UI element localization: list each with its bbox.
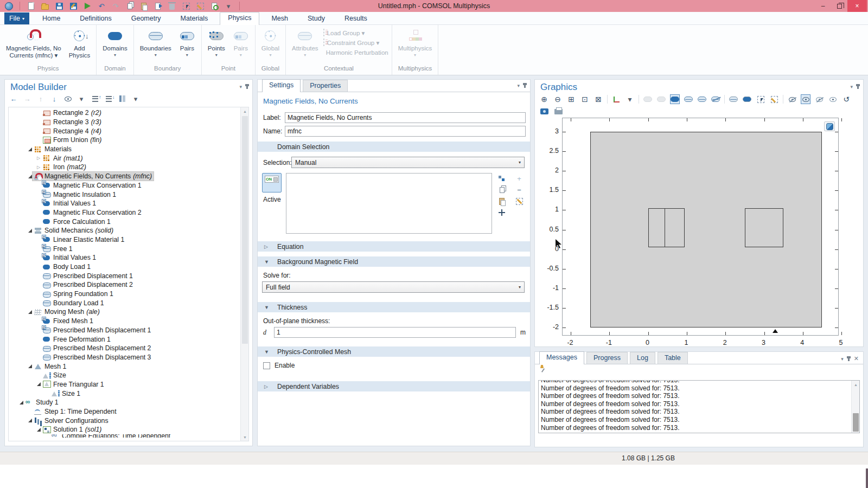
tree-item[interactable]: DInitial Values 1 <box>9 199 240 208</box>
show-selected-icon[interactable] <box>828 94 838 104</box>
file-menu-button[interactable]: File▾ <box>4 12 29 24</box>
scrollbar-thumb[interactable] <box>853 413 859 432</box>
ribbon-tab-study[interactable]: Study <box>300 13 333 24</box>
tree-item[interactable]: DFree 1 <box>9 244 240 253</box>
clear-selection-icon[interactable] <box>515 197 524 206</box>
save-icon[interactable] <box>55 2 63 10</box>
scroll-up-icon[interactable]: ▲ <box>241 107 249 115</box>
collapse-icon[interactable] <box>27 364 33 368</box>
open-file-icon[interactable] <box>41 2 49 10</box>
minimize-button[interactable]: – <box>815 0 831 12</box>
multiphysics-button[interactable]: Multiphysics▾ <box>395 26 435 57</box>
save-as-icon[interactable] <box>69 2 78 10</box>
collapse-icon[interactable] <box>36 382 41 386</box>
select-box-icon[interactable] <box>182 2 190 10</box>
undo-icon[interactable]: ↶ <box>97 2 106 10</box>
expand-icon[interactable]: ▷ <box>36 156 41 160</box>
panel-menu-icon[interactable]: ▾ <box>850 84 853 89</box>
ribbon-tab-physics[interactable]: Physics <box>220 12 259 25</box>
magnetic-fields-no-currents-button[interactable]: Magnetic Fields, NoCurrents (mfnc) ▾ <box>3 26 64 59</box>
ribbon-tab-geometry[interactable]: Geometry <box>124 13 169 24</box>
move-down-icon[interactable]: ↓ <box>50 94 59 103</box>
collapse-icon[interactable] <box>36 428 41 432</box>
clear-selection-icon[interactable] <box>769 94 779 104</box>
selection-listbox[interactable] <box>286 173 492 234</box>
geometry-right-rect[interactable] <box>745 208 783 247</box>
point-pairs-button[interactable]: Pairs▾ <box>230 26 252 57</box>
tree-item[interactable]: Prescribed Displacement 2 <box>9 280 240 290</box>
redo-icon[interactable]: ↷ <box>111 2 120 10</box>
tree-item[interactable]: Mesh 1 <box>9 362 240 371</box>
fit-window-icon[interactable]: ⊠ <box>593 94 603 104</box>
tree-item[interactable]: Size <box>9 371 240 380</box>
tree-item[interactable]: Rectangle 3(r3) <box>9 118 240 127</box>
tab-progress[interactable]: Progress <box>586 352 628 364</box>
forward-icon[interactable]: → <box>23 94 31 103</box>
ribbon-tab-home[interactable]: Home <box>35 13 68 24</box>
global-button[interactable]: Global▾ <box>259 26 282 57</box>
tree-item[interactable]: Spring Foundation 1 <box>9 290 240 299</box>
ribbon-tab-results[interactable]: Results <box>337 13 375 24</box>
tree-item[interactable]: ▷Iron(mat2) <box>9 163 240 172</box>
points-button[interactable]: Points▾ <box>205 26 228 57</box>
activate-selection-icon[interactable] <box>656 94 666 104</box>
add-to-selection-icon[interactable]: + <box>515 174 524 183</box>
tree-item[interactable]: Step 1: Time Dependent <box>9 407 240 416</box>
tree-item[interactable]: Rectangle 2(r2) <box>9 108 240 118</box>
hide-objects-icon[interactable] <box>787 94 797 104</box>
tree-item[interactable]: Rectangle 4(r4) <box>9 126 240 136</box>
tree-item[interactable]: Solver Configurations <box>9 416 240 425</box>
reset-hiding-icon[interactable]: ↺ <box>841 94 851 104</box>
select-boundaries-icon[interactable] <box>684 94 693 104</box>
tree-item[interactable]: Size 1 <box>9 389 240 398</box>
collapse-icon[interactable] <box>27 229 33 233</box>
tree-item[interactable]: Solid Mechanics(solid) <box>9 226 240 235</box>
collapse-icon[interactable] <box>18 401 24 404</box>
boundaries-button[interactable]: Boundaries▾ <box>137 26 174 57</box>
tree-item[interactable]: DLinear Elastic Material 1 <box>9 235 240 245</box>
run-icon[interactable] <box>83 2 92 10</box>
scroll-up-icon[interactable]: ▲ <box>852 381 860 388</box>
thickness-input[interactable]: 1 <box>274 327 516 338</box>
tree-item[interactable]: DFixed Mesh 1 <box>9 317 240 326</box>
pin-icon[interactable] <box>857 85 859 89</box>
select-box-icon[interactable] <box>729 94 738 104</box>
tab-messages[interactable]: Messages <box>539 351 584 364</box>
section-background-magnetic-field[interactable]: ▼ Background Magnetic Field <box>258 256 530 267</box>
new-file-icon[interactable] <box>27 2 35 10</box>
label-input[interactable]: Magnetic Fields, No Currents <box>285 112 526 123</box>
geometry-left-rect[interactable] <box>648 208 685 247</box>
ribbon-tab-materials[interactable]: Materials <box>173 13 216 24</box>
tree-item[interactable]: Body Load 1 <box>9 262 240 272</box>
orientation-caret-icon[interactable]: ▾ <box>625 94 635 104</box>
comsol-logo-icon[interactable] <box>4 2 13 10</box>
panel-menu-icon[interactable]: ▾ <box>239 84 242 89</box>
select-mode-icon[interactable] <box>643 94 653 104</box>
tree-item[interactable]: Study 1 <box>9 398 240 407</box>
copy-selection-icon[interactable] <box>497 185 506 194</box>
constraint-group-item[interactable]: Constraint Group ▾ <box>323 39 388 47</box>
expand-icon[interactable]: ▷ <box>36 165 41 170</box>
tab-settings[interactable]: Settings <box>262 79 301 92</box>
panel-menu-icon[interactable]: ▾ <box>841 356 844 362</box>
deselect-icon[interactable] <box>711 94 720 104</box>
paste-icon[interactable] <box>139 2 148 10</box>
geometry-divider-edge[interactable] <box>665 208 665 247</box>
tree-item[interactable]: Boundary Load 1 <box>9 298 240 307</box>
view-orientation-icon[interactable] <box>824 121 835 131</box>
deselect-box-icon[interactable] <box>742 94 752 104</box>
copy-icon[interactable] <box>125 2 134 10</box>
zoom-box-icon[interactable]: ⊞ <box>566 94 576 104</box>
tree-item[interactable]: Free Deformation 1 <box>9 335 240 344</box>
select-edges-icon[interactable] <box>697 94 707 104</box>
select-domains-icon[interactable] <box>670 94 680 104</box>
ribbon-tab-definitions[interactable]: Definitions <box>72 13 119 24</box>
scrollbar-thumb[interactable] <box>242 116 248 344</box>
columns-icon[interactable] <box>118 94 126 103</box>
close-button[interactable]: × <box>847 0 867 12</box>
section-thickness[interactable]: ▼ Thickness <box>258 302 530 312</box>
delete-icon[interactable] <box>168 2 176 10</box>
selection-dropdown[interactable]: Manual ▾ <box>291 157 525 168</box>
zoom-extents-icon[interactable]: ⊡ <box>580 94 590 104</box>
show-icon[interactable] <box>63 94 72 103</box>
